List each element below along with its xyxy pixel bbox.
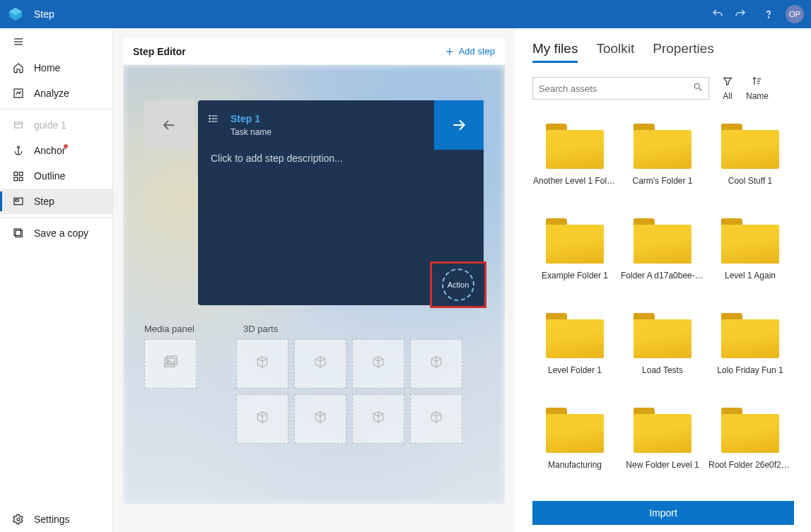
folder-item[interactable]: Example Folder 1 <box>532 218 617 300</box>
media-slot[interactable] <box>144 339 197 389</box>
folder-label: Example Folder 1 <box>542 271 608 280</box>
action-label: Action <box>448 280 469 289</box>
svg-rect-14 <box>19 177 23 181</box>
app-logo-icon <box>7 6 24 23</box>
step-card-body: Step 1 Task name Click to add step descr… <box>198 100 484 305</box>
tab-properties[interactable]: Properties <box>653 41 714 63</box>
sort-name-label: Name <box>746 91 769 101</box>
add-step-label: Add step <box>459 46 495 57</box>
cube-icon <box>429 410 443 427</box>
svg-point-32 <box>168 360 170 362</box>
folder-item[interactable]: Manufacturing <box>532 408 617 490</box>
tab-toolkit[interactable]: Toolkit <box>596 41 634 63</box>
anchor-icon <box>11 145 25 156</box>
folder-icon <box>721 218 779 264</box>
folder-label: Level Folder 1 <box>548 365 602 375</box>
image-placeholder-icon <box>162 354 179 374</box>
gear-icon <box>11 514 25 525</box>
editor-title: Step Editor <box>133 46 186 57</box>
folder-item[interactable]: New Folder Level 1 <box>620 408 705 490</box>
nav-label: Settings <box>34 514 70 525</box>
nav-label: Step <box>34 196 54 207</box>
media-panel-label: Media panel <box>144 324 243 334</box>
svg-rect-12 <box>19 172 23 176</box>
step-description-input[interactable]: Click to add step description... <box>211 153 471 164</box>
filter-all-label: All <box>723 91 732 101</box>
editor-canvas: Step 1 Task name Click to add step descr… <box>123 65 505 504</box>
help-button[interactable] <box>759 4 778 24</box>
folder-item[interactable]: Cool Stuff 1 <box>708 124 793 206</box>
sort-name-button[interactable]: Name <box>746 76 769 101</box>
part-slot[interactable] <box>352 394 404 444</box>
folder-label: Folder A d17a0bee-d... <box>621 271 704 280</box>
parts-grid <box>236 339 462 444</box>
analyze-icon <box>11 88 25 99</box>
cube-icon <box>313 355 327 372</box>
user-avatar[interactable]: OP <box>786 5 804 23</box>
folder-item[interactable]: Folder A d17a0bee-d... <box>620 218 705 300</box>
part-slot[interactable] <box>410 394 462 444</box>
right-panel: My files Toolkit Properties All Name Ano… <box>514 28 811 532</box>
folder-item[interactable]: Another Level 1 Folder <box>532 124 617 206</box>
folder-grid: Another Level 1 Folder Carm's Folder 1 C… <box>532 124 801 497</box>
next-step-button[interactable] <box>434 100 484 150</box>
folder-label: Cool Stuff 1 <box>728 176 772 186</box>
nav-label: Save a copy <box>34 227 88 239</box>
nav-anchor[interactable]: Anchor <box>0 138 112 163</box>
tab-my-files[interactable]: My files <box>532 41 578 63</box>
cube-icon <box>371 355 385 372</box>
undo-button[interactable] <box>708 4 728 24</box>
filter-all-button[interactable]: All <box>722 76 733 101</box>
redo-button[interactable] <box>730 4 750 24</box>
folder-label: New Folder Level 1 <box>626 460 699 470</box>
part-slot[interactable] <box>236 339 288 389</box>
nav-analyze[interactable]: Analyze <box>0 81 112 106</box>
svg-rect-11 <box>14 172 18 176</box>
folder-label: Manufacturing <box>548 460 602 470</box>
folder-icon <box>546 408 604 453</box>
folder-item[interactable]: Carm's Folder 1 <box>620 124 705 206</box>
folder-label: Carm's Folder 1 <box>633 176 693 186</box>
step-icon <box>11 196 25 207</box>
prev-step-button[interactable] <box>144 100 194 150</box>
add-step-button[interactable]: Add step <box>445 46 495 57</box>
action-circle: Action <box>442 268 474 301</box>
hamburger-button[interactable] <box>0 28 112 55</box>
app-title: Step <box>34 8 54 20</box>
nav-label: Analyze <box>34 88 69 99</box>
folder-label: Load Tests <box>642 365 683 375</box>
folder-icon <box>634 313 692 358</box>
folder-item[interactable]: Root Folder 26e0f22... <box>708 408 793 490</box>
folder-item[interactable]: Level Folder 1 <box>532 313 617 395</box>
part-slot[interactable] <box>236 394 288 444</box>
part-slot[interactable] <box>294 339 346 389</box>
search-input[interactable] <box>539 83 693 94</box>
filter-row: All Name <box>532 76 801 101</box>
folder-item[interactable]: Load Tests <box>620 313 705 395</box>
folder-item[interactable]: Lolo Friday Fun 1 <box>708 313 793 395</box>
home-icon <box>11 62 25 73</box>
folder-icon <box>634 408 692 453</box>
action-dropzone[interactable]: Action <box>430 261 486 308</box>
list-icon[interactable] <box>208 113 219 127</box>
nav-settings[interactable]: Settings <box>0 507 112 532</box>
folder-icon <box>721 124 779 169</box>
part-slot[interactable] <box>294 394 346 444</box>
part-slot[interactable] <box>352 339 404 389</box>
part-slot[interactable] <box>410 339 462 389</box>
nav-home[interactable]: Home <box>0 55 112 81</box>
filter-icon <box>722 76 733 89</box>
nav-outline[interactable]: Outline <box>0 163 112 189</box>
folder-label: Root Folder 26e0f22... <box>708 460 792 470</box>
title-bar: Step OP <box>0 0 811 28</box>
cube-icon <box>255 410 269 427</box>
svg-rect-13 <box>14 177 18 181</box>
import-button[interactable]: Import <box>532 501 794 525</box>
folder-icon <box>634 124 692 169</box>
svg-rect-6 <box>14 89 23 97</box>
nav-save-copy[interactable]: Save a copy <box>0 220 112 246</box>
search-input-wrap[interactable] <box>532 77 709 100</box>
svg-point-27 <box>209 118 210 119</box>
folder-item[interactable]: Level 1 Again <box>708 218 793 300</box>
nav-step[interactable]: Step <box>0 189 112 214</box>
